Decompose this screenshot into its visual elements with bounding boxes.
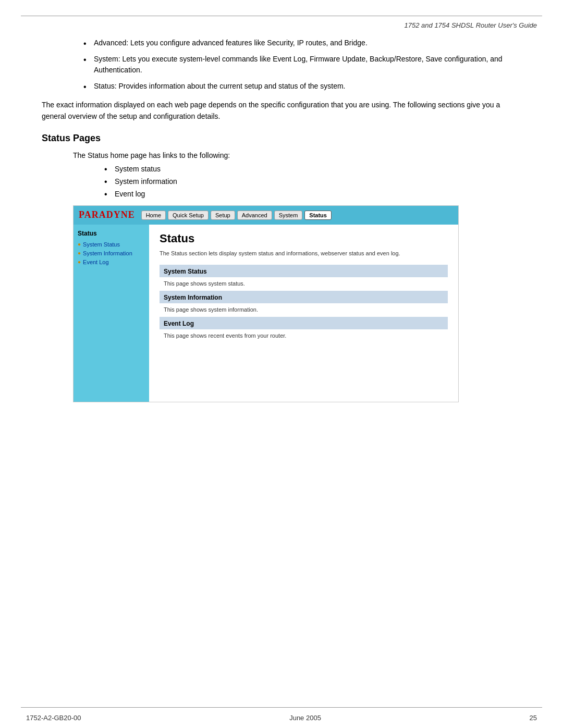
nav-btn-home[interactable]: Home	[141, 211, 166, 220]
system-info-title: System Information	[164, 294, 222, 301]
sidebar-link-system-info[interactable]: System Information	[78, 250, 145, 256]
sidebar-section-title: Status	[78, 230, 145, 237]
page-header: 1752 and 1754 SHDSL Router User's Guide	[0, 16, 563, 32]
brand-highlight: D	[106, 209, 114, 220]
sidebar-link-system-status[interactable]: System Status	[78, 241, 145, 248]
event-log-text: This page shows recent events from your …	[160, 330, 448, 343]
router-body: Status System Status System Information …	[74, 225, 458, 402]
event-log-title: Event Log	[164, 320, 194, 327]
footer-right: 25	[530, 714, 537, 722]
top-bullet-list: Advanced: Lets you configure advanced fe…	[83, 38, 521, 92]
router-sidebar: Status System Status System Information …	[74, 225, 149, 402]
bullet-system: System: Lets you execute system-level co…	[83, 54, 521, 76]
system-status-title: System Status	[164, 268, 207, 275]
nav-btn-status[interactable]: Status	[304, 211, 332, 220]
section-heading: Status Pages	[42, 133, 521, 144]
brand-logo: PARADYNE	[79, 209, 135, 220]
sidebar-link-event-log[interactable]: Event Log	[78, 259, 145, 265]
router-section-system-status-bar: System Status	[160, 265, 448, 277]
bullet-event-log: Event log	[104, 190, 521, 198]
nav-btn-advanced[interactable]: Advanced	[237, 211, 272, 220]
bullet-system-info: System information	[104, 177, 521, 186]
system-status-text: This page shows system status.	[160, 278, 448, 291]
body-paragraph: The exact information displayed on each …	[42, 99, 521, 122]
router-section-system-info-bar: System Information	[160, 291, 448, 303]
brand-prefix: PARA	[79, 209, 106, 220]
bullet-status: Status: Provides information about the c…	[83, 81, 521, 92]
bullet-system-status: System status	[104, 165, 521, 173]
nav-btn-system[interactable]: System	[274, 211, 303, 220]
router-screenshot: PARADYNE Home Quick Setup Setup Advanced…	[73, 205, 459, 402]
router-page-desc: The Status section lets display system s…	[160, 250, 448, 257]
section-intro: The Status home page has links to the fo…	[73, 151, 521, 159]
router-page-title: Status	[160, 232, 448, 245]
system-info-text: This page shows system information.	[160, 304, 448, 317]
brand-suffix: YNE	[114, 209, 135, 220]
footer-left: 1752-A2-GB20-00	[26, 714, 81, 722]
nav-btn-setup[interactable]: Setup	[211, 211, 235, 220]
footer-center: June 2005	[289, 714, 321, 722]
status-bullet-list: System status System information Event l…	[104, 165, 521, 198]
router-nav: PARADYNE Home Quick Setup Setup Advanced…	[74, 206, 458, 225]
nav-btn-quick-setup[interactable]: Quick Setup	[168, 211, 209, 220]
header-title: 1752 and 1754 SHDSL Router User's Guide	[405, 21, 537, 29]
router-section-event-log-bar: Event Log	[160, 317, 448, 329]
main-content: Advanced: Lets you configure advanced fe…	[0, 32, 563, 423]
router-main: Status The Status section lets display s…	[149, 225, 458, 402]
bullet-advanced: Advanced: Lets you configure advanced fe…	[83, 38, 521, 48]
